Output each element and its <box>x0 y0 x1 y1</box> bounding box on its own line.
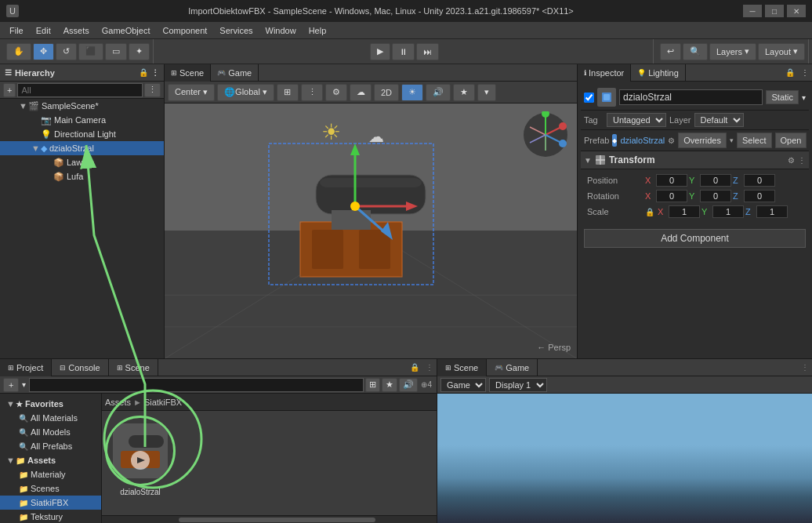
prefab-settings-icon[interactable]: ⚙ <box>668 136 675 145</box>
hand-tool[interactable]: ✋ <box>6 43 31 60</box>
play-button[interactable]: ▶ <box>370 43 390 60</box>
tag-select[interactable]: Untagged <box>607 113 666 127</box>
static-arrow[interactable]: ▾ <box>802 93 806 102</box>
menu-edit[interactable]: Edit <box>30 22 57 39</box>
minimize-button[interactable]: ─ <box>743 5 762 17</box>
maximize-button[interactable]: □ <box>765 5 784 17</box>
scene-extra[interactable]: ▾ <box>477 84 496 101</box>
folder-siatkifbx[interactable]: 📁 SiatkiFBX <box>0 496 101 510</box>
pos-x-input[interactable] <box>656 174 687 187</box>
tab-console[interactable]: ⊟ Console <box>52 359 108 376</box>
project-filter2[interactable]: ★ <box>382 378 397 392</box>
add-component-button[interactable]: Add Component <box>584 229 806 248</box>
menu-component[interactable]: Component <box>156 22 213 39</box>
close-button[interactable]: ✕ <box>787 5 806 17</box>
transform-component-header[interactable]: ▼ Transform ⚙ ⋮ <box>581 151 809 169</box>
tree-item-dzialo[interactable]: ▼ ◆ dzialoStrzal <box>0 141 164 155</box>
open-button[interactable]: Open <box>775 133 807 148</box>
display-select[interactable]: Display 1 <box>489 378 547 392</box>
tab-scene[interactable]: ⊞ Scene <box>165 64 211 82</box>
tab-scene-right[interactable]: ⊞ Scene <box>437 359 487 376</box>
menu-assets[interactable]: Assets <box>57 22 96 39</box>
rot-x-input[interactable] <box>656 190 687 202</box>
folder-materialy[interactable]: 📁 Materialy <box>0 467 101 481</box>
inspector-lock[interactable]: 🔒 <box>782 68 798 77</box>
scale-z-input[interactable] <box>756 205 788 218</box>
tree-item-lufa[interactable]: 📦 Lufa <box>0 169 164 183</box>
transform-tool[interactable]: ✦ <box>129 43 150 60</box>
pos-y-input[interactable] <box>700 174 731 187</box>
object-name-input[interactable] <box>619 89 763 105</box>
hierarchy-search[interactable] <box>17 83 143 97</box>
fx-button[interactable]: ★ <box>453 84 475 101</box>
transform-menu[interactable]: ⋮ <box>798 156 806 165</box>
inspector-menu[interactable]: ⋮ <box>798 68 812 77</box>
rot-z-input[interactable] <box>744 190 775 202</box>
rot-y-input[interactable] <box>700 190 731 202</box>
assets-scrollbar[interactable] <box>102 515 437 523</box>
light-button[interactable]: ☀ <box>401 84 423 101</box>
tab-project[interactable]: ⊞ Project <box>0 359 52 376</box>
tab-game[interactable]: 🎮 Game <box>211 64 259 82</box>
favorites-all-models[interactable]: 🔍 All Models <box>0 425 101 439</box>
favorites-all-materials[interactable]: 🔍 All Materials <box>0 411 101 425</box>
project-search[interactable] <box>29 378 364 392</box>
step-button[interactable]: ⏭ <box>416 43 439 60</box>
pause-button[interactable]: ⏸ <box>392 43 415 60</box>
asset-dzialo[interactable]: dzialoStrzal <box>105 414 176 498</box>
select-button[interactable]: Select <box>737 133 772 148</box>
folder-tekstury[interactable]: 📁 Tekstury <box>0 510 101 523</box>
project-menu-icon[interactable]: ⋮ <box>422 363 437 372</box>
2d-button[interactable]: 2D <box>374 84 399 101</box>
favorites-all-prefabs[interactable]: 🔍 All Prefabs <box>0 439 101 453</box>
pos-z-input[interactable] <box>744 174 775 187</box>
menu-file[interactable]: File <box>3 22 30 39</box>
grid-button[interactable]: ⊞ <box>277 84 299 101</box>
global-dropdown[interactable]: 🌐Global ▾ <box>217 84 274 101</box>
project-filter1[interactable]: ⊞ <box>365 378 380 392</box>
scene-viewport[interactable]: ☀ ☁ <box>165 104 577 358</box>
game-select[interactable]: Game <box>440 378 486 392</box>
game-menu-icon[interactable]: ⋮ <box>798 363 812 372</box>
tab-lighting[interactable]: 💡 Lighting <box>631 64 686 82</box>
transform-settings[interactable]: ⚙ <box>788 156 795 165</box>
menu-help[interactable]: Help <box>303 22 333 39</box>
tab-game-right[interactable]: 🎮 Game <box>487 359 538 376</box>
menu-services[interactable]: Services <box>213 22 259 39</box>
tree-item-samplescene[interactable]: ▼ 🎬 SampleScene* <box>0 99 164 113</box>
rotate-tool[interactable]: ↺ <box>56 43 77 60</box>
scale-tool[interactable]: ⬛ <box>78 43 103 60</box>
menu-gameobject[interactable]: GameObject <box>96 22 157 39</box>
search-button[interactable]: 🔍 <box>683 43 708 60</box>
hierarchy-options[interactable]: ⋮ <box>144 83 161 97</box>
menu-window[interactable]: Window <box>259 22 303 39</box>
breadcrumb-assets[interactable]: Assets <box>105 398 131 407</box>
shader-button[interactable]: ☁ <box>350 84 372 101</box>
scale-y-input[interactable] <box>712 205 744 218</box>
move-tool[interactable]: ✥ <box>33 43 54 60</box>
layers-dropdown[interactable]: Layers ▾ <box>709 43 756 60</box>
tree-item-directional-light[interactable]: 💡 Directional Light <box>0 127 164 141</box>
gizmo-button[interactable]: ⚙ <box>325 84 347 101</box>
tab-inspector[interactable]: ℹ Inspector <box>578 64 631 82</box>
project-add-button[interactable]: + <box>3 378 19 392</box>
static-button[interactable]: Static <box>766 90 799 104</box>
scale-x-input[interactable] <box>669 205 700 218</box>
breadcrumb-siatkifbx[interactable]: SiatkiFBX <box>144 398 182 407</box>
scrollbar-thumb[interactable] <box>179 518 375 522</box>
object-enabled-checkbox[interactable] <box>584 93 594 103</box>
assets-header[interactable]: ▼ 📁 Assets <box>0 453 101 467</box>
undo-button[interactable]: ↩ <box>660 43 681 60</box>
overrides-button[interactable]: Overrides <box>678 133 727 148</box>
snap-button[interactable]: ⋮ <box>301 84 323 101</box>
tree-item-laweta[interactable]: 📦 Laweta <box>0 155 164 169</box>
hierarchy-add-button[interactable]: + <box>3 83 16 97</box>
layer-select[interactable]: Default <box>694 113 744 127</box>
layout-dropdown[interactable]: Layout ▾ <box>758 43 805 60</box>
tab-scene-bottom[interactable]: ⊞ Scene <box>109 359 158 376</box>
folder-scenes[interactable]: 📁 Scenes <box>0 481 101 496</box>
center-dropdown[interactable]: Center ▾ <box>168 84 215 101</box>
overrides-arrow[interactable]: ▾ <box>730 136 734 144</box>
project-filter3[interactable]: 🔊 <box>399 378 418 392</box>
audio-button[interactable]: 🔊 <box>426 84 451 101</box>
